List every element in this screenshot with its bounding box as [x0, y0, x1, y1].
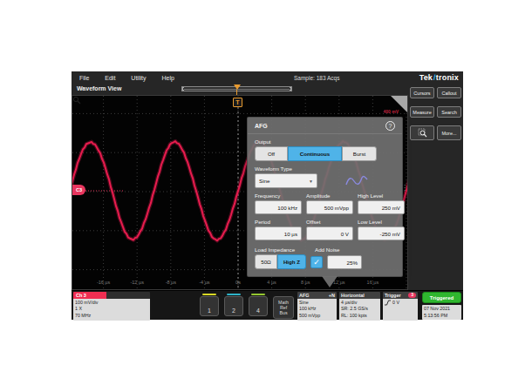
high-level-label: High Level	[358, 193, 405, 199]
afg-amplitude: 500 mVpp	[299, 313, 335, 319]
waveform-type-label: Waveform Type	[255, 166, 402, 172]
triggered-status-button[interactable]: Triggered	[422, 292, 461, 303]
svg-text:-12 µs: -12 µs	[130, 280, 144, 285]
channel2-color-dash	[227, 294, 241, 295]
add-noise-label: Add Noise	[315, 247, 395, 253]
period-field[interactable]: 10 µs	[255, 226, 302, 240]
trigger-source-chip: 3	[408, 293, 416, 298]
output-continuous-button[interactable]: Continuous	[288, 146, 342, 161]
search-button[interactable]: Search	[437, 106, 461, 118]
svg-text:-8 µs: -8 µs	[166, 280, 177, 285]
low-level-label: Low Level	[358, 219, 405, 225]
amplitude-label: Amplitude	[306, 193, 353, 199]
datetime-display: 07 Nov 2021 5:13:56 PM	[422, 305, 461, 320]
scrollbar-left-cap[interactable]	[182, 87, 184, 91]
afg-dialog-pointer	[322, 276, 338, 287]
tektronix-logo: Tekǀtronix	[419, 71, 459, 84]
sine-wave-icon	[345, 175, 368, 187]
add-noise-percent-field[interactable]: 25%	[327, 255, 362, 269]
zoom-icon	[418, 128, 427, 138]
vertical-scale-top-label: 400 mV	[383, 109, 399, 114]
time: 5:13:56 PM	[424, 313, 460, 320]
period-label: Period	[255, 219, 302, 225]
afg-badge[interactable]: AFG+N Sine 100 kHz 500 mVpp	[297, 292, 337, 321]
afg-noise-tag: +N	[329, 293, 335, 298]
waveform-view-header: Waveform View	[72, 84, 408, 95]
output-off-button[interactable]: Off	[255, 146, 288, 161]
channel1-button[interactable]: 1	[200, 296, 219, 316]
ch3-scale: 100 mV/div	[75, 300, 148, 306]
output-burst-button[interactable]: Burst	[342, 146, 377, 161]
channel3-badge[interactable]: Ch 3 100 mV/div 1 X 70 MHz	[73, 292, 150, 321]
acquisition-status: Sample: 183 Acqs	[294, 71, 339, 84]
grid-zoom-icon	[72, 96, 81, 105]
channel4-button[interactable]: 4	[249, 296, 268, 316]
svg-text:0s: 0s	[235, 280, 241, 285]
rising-edge-icon	[385, 300, 391, 306]
afg-frequency: 100 kHz	[299, 306, 335, 312]
trigger-position-caret[interactable]	[234, 84, 241, 90]
math-ref-bus-button[interactable]: Math Ref Bus	[273, 296, 294, 319]
ch3-bandwidth: 70 MHz	[75, 313, 148, 319]
svg-text:-16 µs: -16 µs	[97, 280, 111, 285]
channel4-color-dash	[251, 294, 265, 295]
amplitude-field[interactable]: 500 mVpp	[306, 200, 353, 214]
horizontal-scale: 4 µs/div	[341, 300, 379, 306]
menu-help[interactable]: Help	[153, 71, 181, 84]
waveform-view-title: Waveform View	[77, 85, 121, 91]
menu-utility[interactable]: Utility	[123, 71, 153, 84]
afg-waveform: Sine	[299, 300, 335, 306]
sample-rate: SR: 2.5 GS/s	[341, 306, 379, 312]
channel2-button[interactable]: 2	[224, 296, 243, 316]
waveform-type-dropdown[interactable]: Sine▼	[255, 173, 317, 188]
right-sidebar: Cursors Callout Measure Search More...	[408, 84, 463, 290]
load-impedance-label: Load Impedance	[255, 247, 310, 253]
svg-text:8 µs: 8 µs	[301, 280, 310, 285]
record-length: RL: 100 kpts	[341, 313, 379, 319]
horizontal-badge[interactable]: Horizontal 4 µs/div SR: 2.5 GS/s RL: 100…	[339, 292, 380, 321]
zoom-mode-button[interactable]	[410, 125, 434, 140]
offset-label: Offset	[306, 219, 353, 225]
output-segmented-control: Off Continuous Burst	[255, 146, 402, 161]
svg-text:16 µs: 16 µs	[367, 280, 379, 285]
channel3-chip: Ch 3	[73, 292, 106, 299]
screenshot-canvas: File Edit Utility Help Sample: 183 Acqs …	[0, 0, 532, 392]
scrollbar-right-cap[interactable]	[290, 87, 291, 91]
menu-bar: File Edit Utility Help Sample: 183 Acqs …	[72, 71, 463, 84]
menu-file[interactable]: File	[72, 71, 97, 84]
help-icon[interactable]: ?	[385, 121, 395, 131]
oscilloscope-app: File Edit Utility Help Sample: 183 Acqs …	[72, 71, 463, 320]
channel1-color-dash	[202, 294, 216, 295]
add-noise-checkbox[interactable]: ✓	[310, 256, 323, 268]
channel3-ground-marker[interactable]: C3	[72, 185, 85, 195]
callout-button[interactable]: Callout	[437, 87, 461, 98]
measure-button[interactable]: Measure	[410, 106, 434, 118]
trigger-badge[interactable]: Trigger3 0 V	[383, 292, 418, 321]
bottom-settings-bar: Ch 3 100 mV/div 1 X 70 MHz 1 2 4 Math Re…	[72, 290, 463, 320]
offset-field[interactable]: 0 V	[306, 226, 353, 240]
low-level-field[interactable]: -250 mV	[358, 226, 405, 240]
frequency-label: Frequency	[255, 193, 302, 199]
trigger-flag[interactable]: T	[233, 98, 242, 107]
svg-text:4 µs: 4 µs	[267, 280, 276, 285]
more-button[interactable]: More...	[437, 125, 461, 140]
high-level-field[interactable]: 250 mV	[358, 200, 405, 214]
svg-text:-4 µs: -4 µs	[199, 280, 210, 285]
frequency-field[interactable]: 100 kHz	[255, 200, 302, 214]
menu-edit[interactable]: Edit	[97, 71, 123, 84]
cursors-button[interactable]: Cursors	[410, 87, 434, 98]
afg-dialog-title: AFG	[255, 123, 268, 129]
chevron-down-icon: ▼	[309, 179, 313, 184]
date: 07 Nov 2021	[424, 306, 460, 313]
load-impedance-50ohm-button[interactable]: 50Ω	[255, 254, 277, 269]
trigger-level: 0 V	[392, 300, 399, 306]
load-impedance-highz-button[interactable]: High Z	[277, 254, 306, 269]
afg-dialog: AFG ? Output Off Continuous Burst Wavefo…	[247, 117, 403, 277]
ch3-attenuation: 1 X	[75, 306, 148, 312]
output-label: Output	[255, 139, 402, 145]
